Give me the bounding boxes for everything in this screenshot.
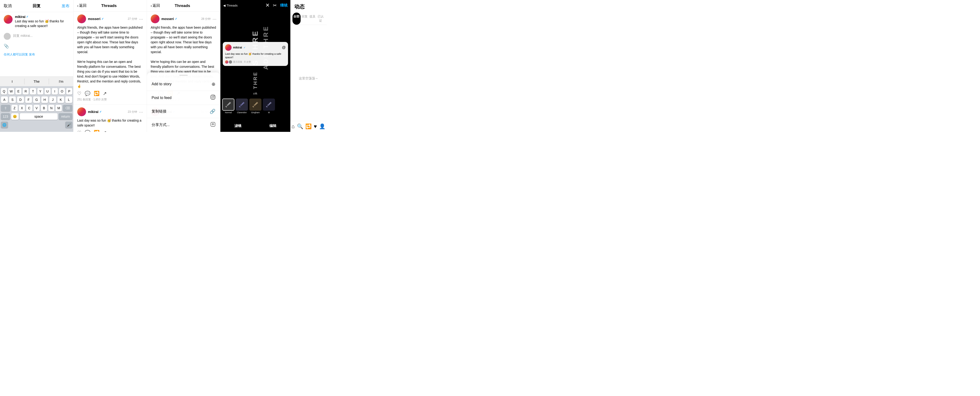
key-k[interactable]: K xyxy=(57,97,64,103)
key-q[interactable]: Q xyxy=(1,88,7,95)
add-to-story-icon: ⊕ xyxy=(212,81,215,87)
key-i[interactable]: I xyxy=(52,88,58,95)
reply-avatar xyxy=(4,33,11,40)
key-w[interactable]: W xyxy=(8,88,14,95)
story-back-label[interactable]: Threads xyxy=(226,4,238,7)
key-mic[interactable]: 🎤 xyxy=(65,122,72,128)
key-x[interactable]: X xyxy=(19,105,25,111)
more-button[interactable]: ··· xyxy=(139,16,143,22)
post-link[interactable]: 发布 xyxy=(29,53,35,56)
key-f[interactable]: F xyxy=(25,97,32,103)
story-post-card: mikirai ✓ @ Last day was so fun 🥳 thanks… xyxy=(223,42,288,66)
story-edit-icon[interactable]: ✂ xyxy=(273,3,277,8)
suggestion-i[interactable]: I xyxy=(0,79,24,84)
key-g[interactable]: G xyxy=(33,97,40,103)
story-post-text: Last day was so fun 🥳 thanks for creatin… xyxy=(225,52,286,59)
post-to-feed-label: Post to feed xyxy=(151,96,172,100)
repost-icon[interactable]: 🔁 xyxy=(305,124,312,130)
comment-icon[interactable]: 💬 xyxy=(85,90,91,96)
repost-icon[interactable]: 🔁 xyxy=(94,90,100,96)
key-r[interactable]: R xyxy=(22,88,29,95)
threads-panel: ‹ 返回 Threads mosseri ✓ 27 分钟 ··· Alright… xyxy=(73,0,147,132)
username: mikirai ✓ xyxy=(15,15,70,19)
key-m[interactable]: M xyxy=(56,105,62,111)
avatar xyxy=(4,15,13,24)
key-return[interactable]: return xyxy=(59,113,72,120)
search-icon[interactable]: 🔍 xyxy=(297,124,303,130)
key-p[interactable]: P xyxy=(66,88,72,95)
tab-mention[interactable]: 提及 xyxy=(309,13,317,25)
filter-button[interactable]: 滤镜 xyxy=(234,124,241,128)
like-icon[interactable]: ♡ xyxy=(77,90,81,96)
share-icon-1[interactable]: ↗ xyxy=(103,130,107,132)
tab-all[interactable]: 全部 xyxy=(293,13,301,25)
like-icon-1[interactable]: ♡ xyxy=(77,130,81,132)
reply-input-row: 回复 mikirai... xyxy=(0,31,73,42)
post-to-feed-item[interactable]: Post to feed xyxy=(147,91,220,105)
story-continue-button[interactable]: 继续 xyxy=(280,3,288,8)
suggestion-the[interactable]: The xyxy=(24,79,49,84)
dongtai-empty-text: 这里空荡荡～ xyxy=(291,25,326,132)
key-h[interactable]: H xyxy=(41,97,48,103)
key-j[interactable]: J xyxy=(49,97,56,103)
key-o[interactable]: O xyxy=(59,88,65,95)
key-n[interactable]: N xyxy=(48,105,54,111)
key-delete[interactable]: ⌫ xyxy=(63,105,72,111)
key-globe[interactable]: 🌐 xyxy=(1,122,8,128)
key-y[interactable]: Y xyxy=(37,88,43,95)
post-actions-1: ♡ 💬 🔁 ↗ xyxy=(77,130,143,132)
share-icon[interactable]: ↗ xyxy=(103,90,107,96)
key-u[interactable]: U xyxy=(45,88,51,95)
copy-link-label: 复制链接 xyxy=(151,109,167,114)
key-t[interactable]: T xyxy=(30,88,36,95)
more-button-1[interactable]: ··· xyxy=(139,109,143,115)
cancel-button[interactable]: 取消 xyxy=(4,3,12,9)
key-c[interactable]: C xyxy=(26,105,32,111)
share-modal: Add to story ⊕ Post to feed 复制链接 🔗 分享方式.… xyxy=(147,73,220,132)
key-space[interactable]: space xyxy=(20,113,57,120)
filter-clarendon[interactable]: S THRE Clarendon xyxy=(236,98,248,114)
filter-gingham[interactable]: S THRE Gingham xyxy=(249,98,261,114)
more-button-3-0[interactable]: ··· xyxy=(212,16,216,22)
post-header-1: mikirai ✓ 23 分钟 ··· xyxy=(77,108,143,116)
edit-button[interactable]: 编辑 xyxy=(269,124,276,128)
home-icon[interactable]: ⌂ xyxy=(291,124,294,130)
copy-link-item[interactable]: 复制链接 🔗 xyxy=(147,105,220,118)
share-more-item[interactable]: 分享方式... xyxy=(147,118,220,132)
back-button-3[interactable]: ‹ 返回 xyxy=(151,3,160,8)
user-info: mikirai ✓ Last day was so fun 🥳 thanks f… xyxy=(15,15,70,28)
back-label: 返回 xyxy=(79,3,86,8)
reply-input[interactable]: 回复 mikirai... xyxy=(13,33,70,38)
filter-m-label: M xyxy=(268,111,270,114)
profile-icon[interactable]: 👤 xyxy=(319,124,325,130)
dongtai-panel: 动态 全部 回复 提及 已认证 这里空荡荡～ ⌂ 🔍 🔁 ♥ 👤 xyxy=(290,0,326,132)
back-chevron: ‹ xyxy=(77,4,78,8)
attachment-icon[interactable]: 📎 xyxy=(0,42,73,51)
key-a[interactable]: A xyxy=(1,97,8,103)
filter-m[interactable]: S THRE M xyxy=(263,98,275,114)
key-emoji[interactable]: 😊 xyxy=(11,113,19,120)
comment-icon-1[interactable]: 💬 xyxy=(85,130,91,132)
tab-reply[interactable]: 回复 xyxy=(301,13,309,25)
story-lower-bg: S THRE xyxy=(220,73,290,95)
key-z[interactable]: Z xyxy=(11,105,18,111)
key-s[interactable]: S xyxy=(9,97,16,103)
post-button[interactable]: 发布 xyxy=(62,3,70,9)
story-editor-panel: ◀ Threads ✕ ✂ 继续 S THRE ADS THRE mikirai… xyxy=(220,0,290,132)
key-123[interactable]: 123 xyxy=(1,113,10,120)
filter-normal[interactable]: S THRE Normal xyxy=(222,98,234,114)
story-close-button[interactable]: ✕ xyxy=(266,2,270,8)
key-b[interactable]: B xyxy=(41,105,47,111)
key-v[interactable]: V xyxy=(33,105,40,111)
back-button[interactable]: ‹ 返回 xyxy=(77,3,86,8)
copy-link-icon: 🔗 xyxy=(210,109,215,114)
repost-icon-1[interactable]: 🔁 xyxy=(94,130,100,132)
heart-icon[interactable]: ♥ xyxy=(314,124,317,130)
key-d[interactable]: D xyxy=(17,97,24,103)
add-to-story-item[interactable]: Add to story ⊕ xyxy=(147,78,220,91)
key-l[interactable]: L xyxy=(65,97,72,103)
key-e[interactable]: E xyxy=(15,88,21,95)
suggestion-im[interactable]: I'm xyxy=(49,79,73,84)
tab-verified[interactable]: 已认证 xyxy=(317,13,325,25)
key-shift[interactable]: ⇧ xyxy=(1,105,10,111)
